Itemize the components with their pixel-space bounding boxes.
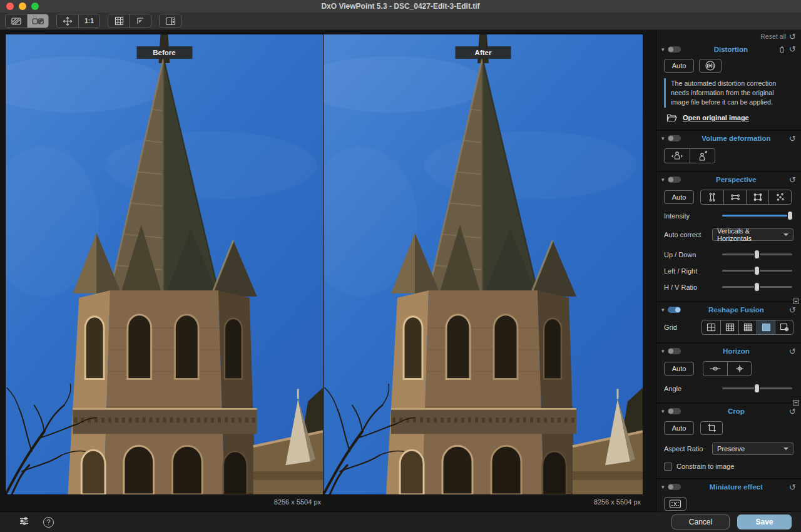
move-icon	[63, 16, 73, 26]
constrain-label: Constrain to image	[676, 463, 734, 470]
volume-diagonal-button[interactable]	[690, 149, 715, 163]
reshape-toggle[interactable]	[668, 307, 681, 313]
crop-auto-button[interactable]: Auto	[664, 421, 694, 435]
pan-button[interactable]	[57, 14, 78, 28]
miniature-toggle[interactable]	[668, 484, 681, 490]
grid-3x3-icon	[725, 323, 735, 332]
horizon-header: ▾ Horizon ↺	[656, 344, 801, 359]
footer-icons: ?	[19, 516, 54, 528]
collapse-icon[interactable]: ▾	[661, 46, 665, 53]
grid-medium-button[interactable]	[720, 320, 738, 334]
panel-layout-icon	[165, 17, 176, 26]
reshape-undo-icon[interactable]: ↺	[789, 306, 796, 314]
single-view-button[interactable]	[6, 14, 27, 28]
before-image[interactable]: Before 8256 x 5504 px	[5, 34, 324, 495]
collapse-icon[interactable]: ▾	[661, 135, 665, 141]
corner-guide-button[interactable]	[130, 14, 151, 28]
zoom-1-1-button[interactable]: 1:1	[78, 14, 99, 28]
auto-correct-dropdown[interactable]: Verticals & Horizontals	[712, 228, 793, 241]
help-button[interactable]: ?	[43, 517, 54, 528]
left-right-row: Left / Right	[656, 265, 801, 277]
intensity-row: Intensity	[656, 210, 801, 222]
miniature-undo-icon[interactable]: ↺	[789, 483, 796, 491]
collapse-panel-arrow-icon[interactable]: ▸	[656, 263, 656, 278]
volume-toggle[interactable]	[668, 135, 681, 141]
crop-tool-button[interactable]	[700, 421, 723, 435]
volume-horizontal-button[interactable]	[665, 149, 690, 163]
distortion-auto-button[interactable]: Auto	[664, 59, 694, 73]
slider-handle[interactable]	[787, 211, 793, 220]
crosshair-icon	[735, 364, 745, 373]
hv-ratio-slider[interactable]	[722, 286, 792, 288]
horizon-level-button[interactable]	[703, 362, 727, 376]
force-horizontals-button[interactable]	[723, 190, 746, 204]
section-resize-handle[interactable]	[793, 400, 799, 406]
preferences-button[interactable]	[19, 516, 29, 528]
grid-overlay-button[interactable]	[108, 14, 130, 28]
horizon-crosshair-button[interactable]	[727, 362, 751, 376]
reset-all-undo-icon[interactable]: ↺	[789, 33, 796, 41]
section-volume-deformation: ▾ Volume deformation ↺	[656, 131, 801, 172]
force-rectangle-button[interactable]	[746, 190, 768, 204]
grid-solid-icon	[762, 323, 771, 332]
eight-points-button[interactable]	[768, 190, 791, 204]
horizon-title: Horizon	[683, 347, 790, 355]
single-image-icon	[11, 17, 22, 26]
distortion-toggle[interactable]	[668, 46, 681, 53]
collapse-icon[interactable]: ▾	[661, 408, 665, 414]
distortion-title: Distortion	[683, 46, 779, 53]
perspective-auto-button[interactable]: Auto	[664, 190, 694, 204]
footer-bar: ? Cancel Save	[0, 511, 801, 532]
slider-handle[interactable]	[754, 250, 760, 259]
slider-handle[interactable]	[754, 384, 760, 393]
compare-view-button[interactable]	[27, 14, 48, 28]
crop-toggle[interactable]	[668, 408, 681, 414]
distortion-manual-button[interactable]	[699, 59, 722, 73]
slider-handle[interactable]	[754, 266, 760, 275]
perspective-toggle[interactable]	[668, 176, 681, 183]
sliders-icon	[19, 516, 29, 526]
crop-undo-icon[interactable]: ↺	[789, 407, 796, 416]
open-original-image-link[interactable]: Open original image	[683, 114, 749, 121]
crop-header: ▾ Crop ↺	[656, 404, 801, 419]
trash-icon[interactable]	[778, 46, 785, 53]
after-image[interactable]: After 8256 x 5504 px	[323, 34, 643, 495]
perspective-undo-icon[interactable]: ↺	[789, 176, 796, 184]
aspect-ratio-dropdown[interactable]: Preserve	[712, 442, 793, 455]
volume-undo-icon[interactable]: ↺	[789, 135, 796, 143]
left-right-slider[interactable]	[722, 270, 792, 272]
reshape-header: ▾ Reshape Fusion ↺	[656, 302, 801, 317]
section-perspective: ▾ Perspective ↺ Auto	[656, 172, 801, 302]
grid-none-button[interactable]	[757, 320, 775, 334]
grid-coarse-button[interactable]	[702, 320, 720, 334]
horizon-toggle[interactable]	[668, 348, 681, 354]
slider-handle[interactable]	[754, 282, 760, 292]
angle-slider[interactable]	[722, 387, 792, 389]
reset-all-button[interactable]: Reset all	[760, 33, 786, 40]
miniature-tool-button[interactable]	[664, 497, 686, 511]
corrections-panel: ▸ Reset all ↺ ▾ Distortion ↺ Auto	[656, 30, 801, 511]
section-resize-handle[interactable]	[793, 299, 799, 304]
collapse-icon[interactable]: ▾	[661, 348, 665, 354]
save-button[interactable]: Save	[737, 514, 792, 529]
miniature-buttons-row	[656, 494, 801, 511]
aspect-ratio-value: Preserve	[717, 445, 745, 453]
before-photo	[6, 34, 323, 494]
constrain-checkbox[interactable]	[664, 463, 672, 471]
force-verticals-button[interactable]	[701, 190, 723, 204]
grid-tools-group	[108, 14, 151, 28]
distortion-undo-icon[interactable]: ↺	[789, 45, 796, 53]
collapse-icon[interactable]: ▾	[661, 307, 665, 313]
collapse-icon[interactable]: ▾	[661, 176, 665, 183]
collapse-icon[interactable]: ▾	[661, 484, 665, 490]
grid-fine-button[interactable]	[738, 320, 757, 334]
toggle-panel-button[interactable]	[160, 14, 181, 28]
up-down-slider[interactable]	[722, 253, 792, 255]
horizon-undo-icon[interactable]: ↺	[789, 347, 796, 356]
level-line-icon	[709, 365, 722, 372]
cancel-button[interactable]: Cancel	[671, 514, 730, 529]
section-crop: ▾ Crop ↺ Auto Aspect Ratio Preserve	[656, 404, 801, 479]
intensity-slider[interactable]	[722, 215, 792, 217]
grid-settings-button[interactable]	[775, 320, 793, 334]
horizon-auto-button[interactable]: Auto	[664, 362, 694, 376]
